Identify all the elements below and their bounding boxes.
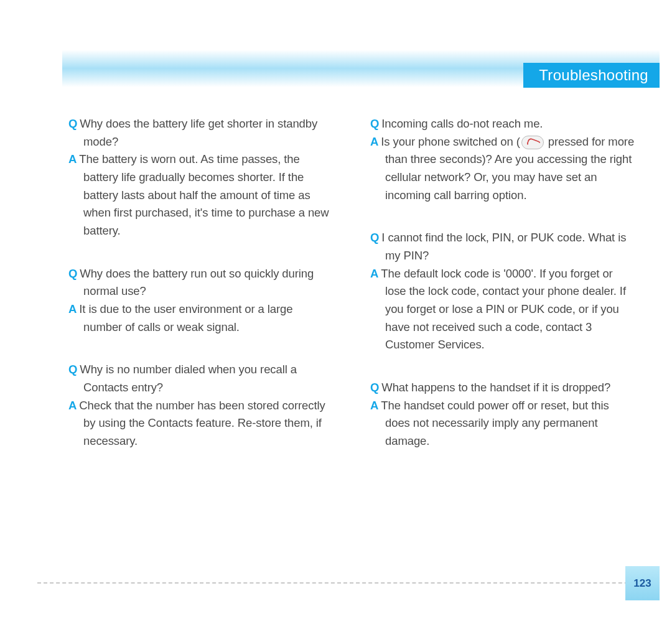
- qa-item: QWhy does the battery life get shorter i…: [68, 115, 333, 240]
- qa-item: QWhy is no number dialed when you recall…: [68, 361, 333, 450]
- section-title-tab: Troubleshooting: [523, 63, 660, 88]
- question-text: Incoming calls do-not reach me.: [381, 117, 543, 130]
- question-text: I cannot find the lock, PIN, or PUK code…: [381, 231, 626, 262]
- a-label: A: [370, 267, 378, 280]
- qa-item: QWhat happens to the handset if it is dr…: [370, 379, 635, 450]
- a-label: A: [68, 399, 77, 412]
- answer-text: The handset could power off or reset, bu…: [381, 399, 609, 447]
- q-label: Q: [370, 117, 379, 130]
- page-number-box: 123: [625, 566, 660, 600]
- q-label: Q: [370, 381, 379, 394]
- a-label: A: [370, 135, 378, 148]
- content-area: QWhy does the battery life get shorter i…: [68, 115, 635, 475]
- answer-text: It is due to the user environment or a l…: [79, 302, 292, 333]
- qa-item: QWhy does the battery run out so quickly…: [68, 265, 333, 337]
- a-label: A: [68, 302, 77, 315]
- power-button-icon: [521, 136, 544, 149]
- question-text: Why is no number dialed when you recall …: [80, 363, 297, 394]
- qa-item: QIncoming calls do-not reach me. AIs you…: [370, 115, 635, 204]
- q-label: Q: [68, 363, 77, 376]
- a-label: A: [370, 399, 378, 412]
- qa-item: QI cannot find the lock, PIN, or PUK cod…: [370, 229, 635, 354]
- footer-dashed-line: [37, 582, 660, 584]
- answer-text-pre: Is your phone switched on (: [381, 135, 520, 148]
- answer-text: The battery is worn out. As time passes,…: [79, 152, 329, 237]
- section-title: Troubleshooting: [539, 67, 648, 83]
- answer-text: Check that the number has been stored co…: [79, 399, 325, 447]
- question-text: Why does the battery life get shorter in…: [80, 117, 317, 148]
- question-text: Why does the battery run out so quickly …: [80, 267, 314, 298]
- q-label: Q: [370, 231, 379, 244]
- question-text: What happens to the handset if it is dro…: [381, 381, 610, 394]
- a-label: A: [68, 152, 77, 165]
- right-column: QIncoming calls do-not reach me. AIs you…: [370, 115, 635, 475]
- page-number: 123: [633, 577, 651, 590]
- q-label: Q: [68, 117, 77, 130]
- left-column: QWhy does the battery life get shorter i…: [68, 115, 333, 475]
- q-label: Q: [68, 267, 77, 280]
- answer-text: The default lock code is '0000'. If you …: [381, 267, 626, 352]
